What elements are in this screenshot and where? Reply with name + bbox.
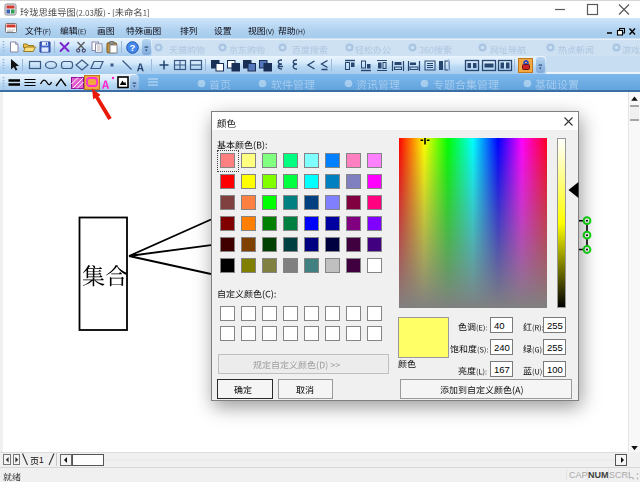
svg-text:?: ? <box>130 42 136 53</box>
